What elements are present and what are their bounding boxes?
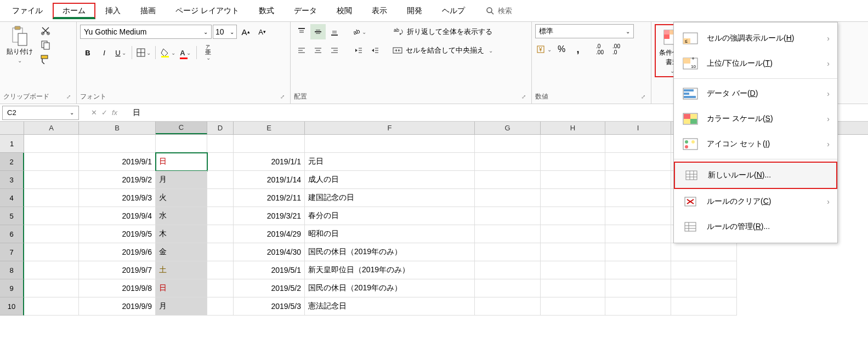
cell[interactable]: 2019/1/1 (234, 153, 305, 171)
align-bottom-button[interactable] (327, 24, 342, 39)
increase-decimal-button[interactable]: .0.00 (592, 42, 608, 57)
cell[interactable] (605, 153, 671, 171)
orientation-button[interactable]: ab (351, 24, 367, 39)
cell[interactable]: 2019/1/14 (234, 171, 305, 189)
menu-top-bottom-rules[interactable]: 10 上位/下位ルール(T) › (674, 51, 837, 76)
cell[interactable] (156, 135, 207, 153)
col-header-A[interactable]: A (24, 122, 79, 134)
menu-draw[interactable]: 描画 (131, 3, 166, 19)
row-header[interactable]: 6 (0, 225, 24, 243)
number-format-select[interactable]: 標準⌄ (535, 24, 634, 38)
cell[interactable] (671, 243, 737, 261)
cell[interactable] (605, 297, 671, 316)
cell[interactable] (234, 135, 305, 153)
cell[interactable]: 日 (156, 279, 207, 297)
cell[interactable]: 木 (156, 225, 207, 243)
menu-review[interactable]: 校閲 (327, 3, 362, 19)
cell[interactable] (207, 207, 234, 225)
cell[interactable] (24, 207, 79, 225)
menu-view[interactable]: 表示 (362, 3, 397, 19)
cell[interactable]: 月 (156, 297, 207, 316)
cancel-formula-icon[interactable]: ✕ (91, 108, 97, 117)
cell[interactable] (24, 243, 79, 261)
cell[interactable]: 2019/4/30 (234, 243, 305, 261)
fx-icon[interactable]: fx (112, 108, 117, 117)
menu-insert[interactable]: 挿入 (95, 3, 131, 19)
cell[interactable] (541, 261, 605, 279)
menu-clear-rules[interactable]: ルールのクリア(C) › (674, 189, 837, 214)
row-header[interactable]: 9 (0, 279, 24, 297)
cell[interactable]: 成人の日 (305, 171, 475, 189)
increase-indent-button[interactable] (367, 43, 383, 58)
col-header-H[interactable]: H (541, 122, 605, 134)
cell[interactable]: 建国記念の日 (305, 189, 475, 207)
comma-button[interactable]: , (570, 42, 586, 57)
align-middle-button[interactable] (310, 24, 326, 39)
menu-data[interactable]: データ (284, 3, 327, 19)
bold-button[interactable]: B (80, 45, 95, 60)
font-size-select[interactable]: 10⌄ (213, 25, 237, 39)
cell[interactable] (605, 225, 671, 243)
underline-button[interactable]: U (113, 45, 128, 60)
cell[interactable]: 火 (156, 189, 207, 207)
cell[interactable] (24, 171, 79, 189)
cell[interactable]: 2019/9/8 (79, 279, 156, 297)
menu-manage-rules[interactable]: ルールの管理(R)... (674, 214, 837, 239)
search-box[interactable]: 検索 (486, 6, 512, 16)
cell[interactable] (541, 153, 605, 171)
font-color-button[interactable]: A (178, 45, 193, 60)
cell[interactable] (79, 135, 156, 153)
cell[interactable] (24, 153, 79, 171)
format-painter-button[interactable] (38, 53, 53, 66)
cell[interactable]: 月 (156, 171, 207, 189)
cell[interactable]: 国民の休日（2019年のみ） (305, 279, 475, 297)
col-header-G[interactable]: G (475, 122, 541, 134)
row-header[interactable]: 1 (0, 135, 24, 153)
cell[interactable] (207, 153, 234, 171)
select-all-corner[interactable] (0, 122, 24, 134)
cell[interactable] (475, 279, 541, 297)
col-header-E[interactable]: E (234, 122, 305, 134)
row-header[interactable]: 10 (0, 297, 24, 316)
menu-developer[interactable]: 開発 (397, 3, 432, 19)
cell[interactable] (207, 243, 234, 261)
cell[interactable]: 2019/9/3 (79, 189, 156, 207)
cell[interactable]: 土 (156, 261, 207, 279)
cell[interactable] (24, 189, 79, 207)
cell[interactable]: 金 (156, 243, 207, 261)
decrease-font-button[interactable]: A▾ (254, 24, 270, 39)
cell[interactable] (475, 171, 541, 189)
cell[interactable] (305, 135, 475, 153)
merge-center-button[interactable]: セルを結合して中央揃え (392, 43, 494, 58)
cut-button[interactable] (38, 24, 53, 37)
cell[interactable] (207, 171, 234, 189)
menu-home[interactable]: ホーム (53, 3, 95, 19)
decrease-decimal-button[interactable]: .00.0 (609, 42, 624, 57)
cell[interactable] (605, 135, 671, 153)
cell[interactable]: 日 (156, 153, 207, 171)
cell[interactable] (541, 225, 605, 243)
col-header-F[interactable]: F (305, 122, 475, 134)
align-left-button[interactable] (294, 43, 309, 58)
cell[interactable] (475, 135, 541, 153)
cell[interactable] (475, 297, 541, 316)
menu-formulas[interactable]: 数式 (249, 3, 284, 19)
cell[interactable]: 水 (156, 207, 207, 225)
cell[interactable]: 新天皇即位日（2019年のみ） (305, 261, 475, 279)
cell[interactable]: 2019/9/5 (79, 225, 156, 243)
accounting-format-button[interactable]: ¥ (535, 42, 553, 57)
menu-highlight-rules[interactable]: ≤ セルの強調表示ルール(H) › (674, 26, 837, 51)
cell[interactable] (475, 189, 541, 207)
cell[interactable] (541, 189, 605, 207)
cell[interactable] (475, 261, 541, 279)
cell[interactable]: 2019/4/29 (234, 225, 305, 243)
cell[interactable] (475, 207, 541, 225)
cell[interactable] (541, 171, 605, 189)
clipboard-launcher[interactable]: ⤢ (64, 94, 73, 100)
menu-new-rule[interactable]: 新しいルール(N)... (674, 162, 837, 189)
cell[interactable] (605, 189, 671, 207)
cell[interactable]: 2019/5/3 (234, 297, 305, 316)
number-launcher[interactable]: ⤢ (639, 94, 648, 100)
col-header-I[interactable]: I (605, 122, 671, 134)
cell[interactable] (24, 279, 79, 297)
